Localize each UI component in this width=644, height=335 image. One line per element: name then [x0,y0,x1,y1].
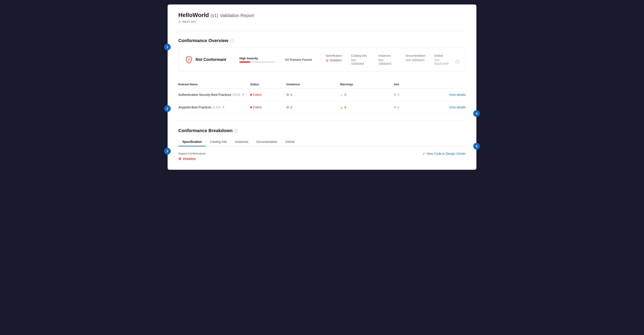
warning-icon-gray-1: ▲ [340,93,343,97]
not-conformant-label: Not Conformant [196,57,226,62]
status-dot-2 [250,106,252,108]
tab-catalog-info[interactable]: Catalog Info [206,138,231,146]
breakdown-header: Conformance Breakdown i [178,128,466,133]
ruleset-table: Ruleset Name Status Violations Warnings … [178,80,466,114]
warnings-cell-2: ▲ 8 [340,106,394,109]
breakdown-info-icon[interactable]: i [234,129,238,133]
severity-block: High Severity [234,57,280,63]
violations-cell-1: ⊘ 1 [286,93,340,97]
metric-catalog-info: Catalog Info Not Validated [351,54,370,65]
col-actions [430,83,466,86]
metric-documentation: Documentation Not Validated [406,54,426,62]
metric-instances: Instances Not Validated [378,54,397,65]
external-link-icon-code: ↗ [422,152,425,155]
conformance-status: ! Not Conformant [185,56,234,64]
aspect-value: ⊘ Violation [178,157,206,161]
metric-global: Global Not Applicable i [434,54,459,65]
overview-box: ! Not Conformant High Severity 0/2 Rules… [178,48,466,72]
violation-badge-2: ⊘ [286,105,289,109]
metrics-row: Specification ⊘ Violation Catalog Info N… [326,54,459,65]
badge-2: 2 [164,105,171,112]
api-icon: ⟳ [178,20,181,24]
col-warnings: Warnings [340,83,394,86]
tab-global[interactable]: Global [282,138,298,146]
severity-bar-bg [240,61,275,63]
violation-icon: ⊘ [326,58,328,63]
badge-4: 4 [473,110,480,117]
aspect-violation-icon: ⊘ [178,157,181,161]
external-link-icon-1[interactable]: ↗ [242,93,244,96]
badge-3: 3 [164,148,171,155]
info-dot-2 [394,106,396,108]
col-status: Status [250,83,286,86]
overview-row: ! Not Conformant High Severity 0/2 Rules… [185,53,459,66]
info-dot-1 [394,94,396,96]
info-cell-2: 0 [394,106,430,109]
status-cell-2: Failed [250,106,286,109]
col-info: Info [394,83,430,86]
breakdown-tabs: Specification Catalog Info Instances Doc… [178,138,466,146]
page-header: HelloWorld (v1) Validation Report ⟳ REST… [178,12,466,24]
tab-documentation[interactable]: Documentation [252,138,282,146]
col-violations: Violations [286,83,340,86]
tab-specification[interactable]: Specification [178,138,206,146]
ruleset-name-cell-1: Authentication Security Best Practices (… [178,93,250,97]
warning-icon-yellow-2: ▲ [340,106,343,109]
col-ruleset-name: Ruleset Name [178,83,250,86]
info-cell-1: 0 [394,93,430,97]
api-type: ⟳ REST API [178,20,466,24]
aspect-conformance: Aspect Conformance ⊘ Violation [178,152,206,161]
status-cell-1: Failed [250,93,286,97]
table-row: Anypoint Best Practices (1.0.0) ↗ Failed… [178,101,466,114]
view-details-link-2[interactable]: View details [449,106,466,109]
external-link-icon-2[interactable]: ↗ [222,106,224,109]
rulesets-block: 0/2 Rulesets Passed [280,58,316,62]
conformance-overview: Conformance Overview i ! Not Conformant [178,38,466,72]
view-details-link-1[interactable]: View details [449,93,466,97]
svg-text:!: ! [188,58,190,61]
shield-icon: ! [185,56,193,64]
violation-badge-1: ⊘ [286,93,289,97]
tab-instances[interactable]: Instances [231,138,252,146]
metric-specification: Specification ⊘ Violation [326,54,342,63]
badge-5: 5 [473,143,480,150]
global-info-icon[interactable]: i [456,60,459,64]
status-dot-1 [250,94,252,96]
page-title: HelloWorld (v1) Validation Report [178,12,466,19]
ruleset-name-cell-2: Anypoint Best Practices (1.0.0) ↗ [178,106,250,109]
severity-bar-fill [240,61,250,63]
warnings-cell-1: ▲ 0 [340,93,394,97]
table-header: Ruleset Name Status Violations Warnings … [178,80,466,89]
badge-1: 1 [164,44,171,50]
conformance-breakdown: Conformance Breakdown i Specification Ca… [178,128,466,161]
view-code-button[interactable]: ↗ View Code in Design Center [422,152,466,155]
breakdown-content: Aspect Conformance ⊘ Violation ↗ View Co… [178,152,466,161]
overview-info-icon[interactable]: i [230,39,234,43]
overview-header: Conformance Overview i [178,38,466,43]
violations-cell-2: ⊘ 2 [286,105,340,109]
table-row: Authentication Security Best Practices (… [178,89,466,101]
